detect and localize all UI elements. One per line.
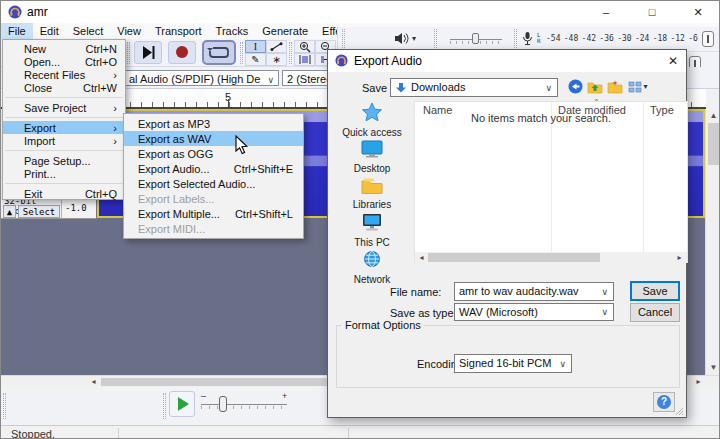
menu-view[interactable]: View [110, 23, 148, 39]
dialog-close-icon[interactable]: ✕ [662, 52, 684, 70]
new-folder-button[interactable]: ✶ [606, 78, 624, 95]
menu-item-page-setup[interactable]: Page Setup... [3, 154, 125, 167]
toolbar-grip[interactable] [434, 29, 437, 48]
toolbar-grip[interactable] [3, 393, 6, 419]
file-name-input[interactable]: amr to wav audacity.wav ∨ [454, 282, 614, 301]
menu-item-export-as-mp3[interactable]: Export as MP3 [124, 116, 303, 131]
menu-transport[interactable]: Transport [148, 23, 209, 39]
list-horizontal-scrollbar[interactable]: ◂ ▸ [415, 252, 687, 263]
quick-access-star-icon [361, 102, 383, 126]
menu-item-open[interactable]: Open...Ctrl+O [3, 55, 125, 68]
main-titlebar[interactable]: amr – □ ✕ [1, 1, 720, 23]
file-list[interactable]: Name Date modified ⌃ Type No items match… [414, 101, 688, 263]
multi-tool-button[interactable]: ∗ [266, 53, 287, 66]
view-menu-button[interactable]: ▾ [625, 78, 651, 95]
speaker-dropdown-caret[interactable]: ▾ [412, 34, 416, 43]
microphone-icon[interactable] [522, 31, 533, 46]
menu-item-export-audio[interactable]: Export Audio...Ctrl+Shift+E [124, 161, 303, 176]
place-libraries[interactable]: Libraries [330, 175, 414, 212]
status-bar: Stopped. [1, 425, 720, 439]
scroll-left-icon[interactable]: ◂ [87, 377, 100, 387]
menu-item-print[interactable]: Print... [3, 167, 125, 180]
play-at-speed-button[interactable] [169, 391, 195, 417]
save-button[interactable]: Save [630, 281, 680, 301]
menu-item-export-as-wav[interactable]: Export as WAV [124, 131, 303, 146]
select-track-button[interactable]: Select [18, 205, 60, 218]
trim-audio-button[interactable] [294, 53, 315, 66]
record-button[interactable] [168, 41, 196, 64]
menu-item-new[interactable]: NewCtrl+N [3, 42, 125, 55]
place-this-pc[interactable]: This PC [330, 212, 414, 249]
scroll-right-icon[interactable]: ▸ [692, 377, 705, 387]
speed-slider-track[interactable] [201, 404, 287, 405]
menu-separator [5, 97, 123, 98]
save-in-select[interactable]: Downloads ∨ [390, 78, 558, 97]
menu-generate[interactable]: Generate [255, 23, 315, 39]
place-desktop[interactable]: Desktop [330, 138, 414, 175]
toolbar-grip[interactable] [240, 42, 243, 64]
toolbar-grip[interactable] [163, 393, 166, 419]
resize-grip-icon[interactable] [674, 406, 684, 416]
envelope-tool-button[interactable] [266, 40, 287, 53]
save-as-type-select[interactable]: WAV (Microsoft) ∨ [454, 303, 614, 321]
menu-file[interactable]: File [1, 23, 33, 39]
toolbar-grip[interactable] [514, 29, 517, 48]
column-divider[interactable] [551, 102, 552, 262]
file-menu: NewCtrl+NOpen...Ctrl+ORecent Files›Close… [2, 39, 126, 200]
menu-item-label: Export as OGG [138, 148, 213, 160]
menu-item-save-project[interactable]: Save Project› [3, 101, 125, 114]
minimize-button[interactable]: – [583, 1, 629, 23]
column-header-name[interactable]: Name [423, 104, 452, 116]
menu-item-export-as-ogg[interactable]: Export as OGG [124, 146, 303, 161]
toolbar-grip[interactable] [342, 29, 345, 48]
menu-item-import[interactable]: Import› [3, 134, 125, 147]
loop-button[interactable] [202, 40, 236, 65]
zoom-in-button[interactable] [294, 40, 315, 53]
menu-item-exit[interactable]: ExitCtrl+Q [3, 187, 125, 200]
menu-item-label: Export Selected Audio... [138, 178, 255, 190]
draw-tool-button[interactable]: ✎ [245, 53, 266, 66]
cancel-button[interactable]: Cancel [630, 303, 680, 322]
back-button[interactable] [566, 78, 584, 95]
vertical-scrollbar-thumb[interactable] [708, 123, 719, 165]
toolbar-grip[interactable] [127, 42, 130, 64]
maximize-button[interactable]: □ [629, 1, 675, 23]
menu-select[interactable]: Select [66, 23, 111, 39]
collapse-track-button[interactable]: ▲ [3, 205, 16, 218]
scroll-right-icon[interactable]: ▸ [674, 252, 685, 263]
vertical-scrollbar[interactable]: ▲ ▼ [705, 109, 720, 375]
place-quick-access[interactable]: Quick access [330, 101, 414, 138]
chevron-down-icon: ∨ [559, 356, 566, 373]
chevron-down-icon: ∨ [267, 73, 274, 86]
menu-item-close[interactable]: CloseCtrl+W [3, 81, 125, 94]
help-button[interactable]: ? [653, 392, 675, 412]
list-scrollbar-thumb[interactable] [428, 253, 600, 262]
scroll-left-icon[interactable]: ◂ [416, 252, 427, 263]
toolbar-grip[interactable] [289, 42, 292, 64]
save-in-value: Downloads [411, 81, 465, 93]
gain-slider-thumb[interactable] [472, 33, 479, 44]
selection-tool-button[interactable]: I [245, 40, 266, 53]
up-one-level-button[interactable] [586, 78, 604, 95]
menu-edit[interactable]: Edit [33, 23, 66, 39]
menu-item-export-selected-audio[interactable]: Export Selected Audio... [124, 176, 303, 191]
scroll-down-icon[interactable]: ▼ [706, 361, 720, 374]
place-network[interactable]: Network [330, 249, 414, 286]
menu-item-export-multiple[interactable]: Export Multiple...Ctrl+Shift+L [124, 206, 303, 221]
envelope-tool-icon [270, 42, 283, 51]
close-button[interactable]: ✕ [675, 1, 720, 23]
column-header-type[interactable]: Type [650, 104, 674, 116]
dialog-titlebar[interactable]: Export Audio ✕ [328, 50, 686, 72]
playback-device-select[interactable]: al Audio (S/PDIF) (High De ∨ [99, 70, 279, 86]
menu-item-export[interactable]: Export› [3, 121, 125, 134]
meter-range-knob[interactable] [702, 31, 714, 47]
menu-tracks[interactable]: Tracks [209, 23, 256, 39]
play-button[interactable] [134, 41, 162, 64]
speed-slider-thumb[interactable] [219, 396, 227, 412]
place-label: Network [354, 274, 391, 285]
column-divider[interactable] [643, 102, 644, 262]
speaker-icon[interactable] [394, 32, 410, 45]
scroll-up-icon[interactable]: ▲ [706, 109, 720, 122]
encoding-select[interactable]: Signed 16-bit PCM ∨ [454, 354, 572, 373]
menu-item-recent-files[interactable]: Recent Files› [3, 68, 125, 81]
